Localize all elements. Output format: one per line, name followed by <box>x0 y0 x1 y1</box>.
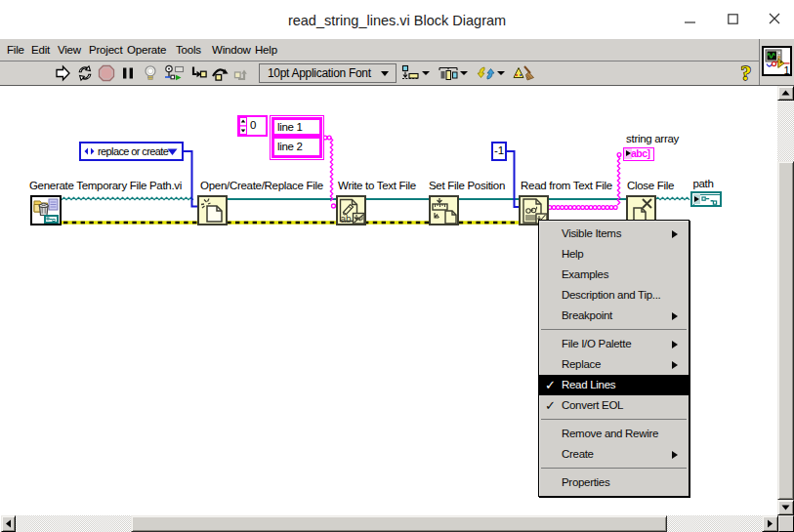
node-label-read-from-text-file[interactable]: Read from Text File <box>521 180 612 191</box>
step-over-icon[interactable] <box>210 64 230 82</box>
hscroll-thumb[interactable] <box>131 515 667 532</box>
node-label-generate-temporary-file-path[interactable]: Generate Temporary File Path.vi <box>29 180 182 191</box>
array-element-0[interactable]: line 1 <box>274 120 319 134</box>
wire-array-stub[interactable] <box>323 136 331 140</box>
menu-item-label: Read Lines <box>562 379 615 390</box>
menu-view[interactable]: View <box>58 44 81 56</box>
menu-bar: File Edit View Project Operate Tools Win… <box>0 39 759 61</box>
labview-block-diagram-window: read_string_lines.vi Block Diagram File … <box>0 0 794 532</box>
node-set-file-position[interactable] <box>429 195 459 225</box>
menu-item-label: Convert EOL <box>562 399 623 411</box>
menu-item-description-and-tip[interactable]: Description and Tip... <box>539 285 689 306</box>
font-selector-dropdown[interactable]: 10pt Application Font <box>259 63 397 83</box>
highlight-execution-icon[interactable] <box>142 64 159 82</box>
menu-window[interactable]: Window <box>212 44 251 56</box>
enum-constant[interactable]: replace or create <box>79 142 184 161</box>
maximize-icon <box>728 14 738 24</box>
menu-item-examples[interactable]: Examples <box>539 265 689 285</box>
run-icon[interactable] <box>55 64 72 82</box>
string-array-constant[interactable]: line 1 line 2 <box>270 115 324 160</box>
array-element-1[interactable]: line 2 <box>274 139 319 155</box>
path-arrow-icon <box>694 196 699 202</box>
wire-path-close-to-indicator[interactable] <box>655 197 690 199</box>
pause-icon[interactable] <box>119 64 137 82</box>
vscroll-thumb[interactable] <box>777 161 794 500</box>
menu-tools[interactable]: Tools <box>176 44 201 56</box>
menu-file[interactable]: File <box>7 44 24 56</box>
menu-project[interactable]: Project <box>89 44 122 56</box>
wire-array-down[interactable] <box>330 138 332 201</box>
wire-readout-up[interactable] <box>617 156 619 205</box>
abort-icon[interactable] <box>98 64 115 82</box>
menu-help[interactable]: Help <box>255 44 277 56</box>
menu-item-remove-and-rewire[interactable]: Remove and Rewire <box>539 424 689 444</box>
distribute-objects-icon[interactable] <box>438 64 459 82</box>
menu-item-create[interactable]: Create <box>539 444 689 465</box>
scroll-down-button[interactable] <box>777 500 794 515</box>
enum-dropdown-icon <box>167 148 178 156</box>
menu-item-file-io-palette[interactable]: File I/O Palette <box>539 334 689 354</box>
menu-item-label: Breakpoint <box>562 309 612 321</box>
scroll-right-button[interactable] <box>762 515 778 532</box>
scroll-up-button[interactable] <box>777 86 794 101</box>
align-objects-chevron[interactable] <box>422 71 430 75</box>
menu-item-label: Visible Items <box>562 227 621 239</box>
submenu-arrow-icon <box>672 451 678 459</box>
node-open-create-replace-file[interactable] <box>197 195 228 225</box>
enum-increment-decrement-icon <box>83 146 97 158</box>
string-array-indicator[interactable]: abc] <box>623 147 654 161</box>
menu-item-breakpoint[interactable]: Breakpoint <box>539 306 689 326</box>
menu-separator <box>539 326 689 334</box>
indicator-label-string-array[interactable]: string array <box>626 133 679 144</box>
align-objects-icon[interactable] <box>400 64 420 82</box>
checkmark-icon: ✓ <box>545 395 556 416</box>
string-array-glyph: abc] <box>631 147 650 159</box>
vi-icon-panel: 1 <box>759 39 794 85</box>
menu-item-help[interactable]: Help <box>539 244 689 265</box>
menu-operate[interactable]: Operate <box>127 44 166 56</box>
vi-icon[interactable]: 1 <box>762 46 792 76</box>
array-index-constant[interactable]: 0 <box>237 115 268 137</box>
horizontal-scrollbar[interactable] <box>0 515 778 532</box>
close-icon <box>769 13 780 24</box>
distribute-objects-chevron[interactable] <box>460 71 468 75</box>
wire-readout-chain[interactable] <box>548 206 617 210</box>
node-generate-temporary-file-path[interactable] <box>30 195 62 225</box>
wire-array-elbow[interactable] <box>332 204 336 208</box>
step-into-icon[interactable] <box>189 64 207 82</box>
menu-edit[interactable]: Edit <box>31 44 50 56</box>
clean-up-diagram-icon[interactable] <box>512 64 535 82</box>
close-button[interactable] <box>753 0 794 37</box>
wire-readout-stub[interactable] <box>617 153 621 157</box>
path-indicator[interactable] <box>690 191 722 207</box>
numeric-constant[interactable]: -1 <box>491 142 507 161</box>
menu-item-properties[interactable]: Properties <box>539 472 689 493</box>
minimize-button[interactable] <box>668 0 711 37</box>
indicator-label-path[interactable]: path <box>692 178 713 189</box>
reorder-objects-chevron[interactable] <box>497 71 505 75</box>
menu-item-label: Description and Tip... <box>562 289 660 301</box>
menu-item-label: Create <box>562 448 594 460</box>
maximize-button[interactable] <box>711 0 754 37</box>
step-out-icon[interactable] <box>232 64 250 82</box>
menu-item-visible-items[interactable]: Visible Items <box>539 224 689 244</box>
scroll-left-button[interactable] <box>1 515 16 532</box>
vertical-scrollbar[interactable] <box>777 86 794 515</box>
wire-path-temp-to-open[interactable] <box>62 197 193 199</box>
submenu-arrow-icon <box>672 230 678 238</box>
context-help-icon[interactable]: ? <box>736 61 758 85</box>
node-write-to-text-file[interactable]: ab <box>336 195 366 225</box>
run-continuously-icon[interactable] <box>76 64 94 82</box>
menu-separator <box>539 416 689 424</box>
array-index-spinner[interactable] <box>239 117 248 135</box>
menu-item-replace[interactable]: Replace <box>539 354 689 375</box>
menu-item-read-lines[interactable]: ✓Read Lines <box>539 375 689 395</box>
node-label-set-file-position[interactable]: Set File Position <box>429 180 505 191</box>
node-label-write-to-text-file[interactable]: Write to Text File <box>338 180 416 191</box>
node-label-open-create-replace-file[interactable]: Open/Create/Replace File <box>200 180 323 191</box>
reorder-objects-icon[interactable] <box>477 64 496 82</box>
node-label-close-file[interactable]: Close File <box>627 180 674 191</box>
scrollbar-corner <box>778 515 794 532</box>
retain-wire-values-icon[interactable] <box>164 64 185 82</box>
menu-item-convert-eol[interactable]: ✓Convert EOL <box>539 395 689 416</box>
